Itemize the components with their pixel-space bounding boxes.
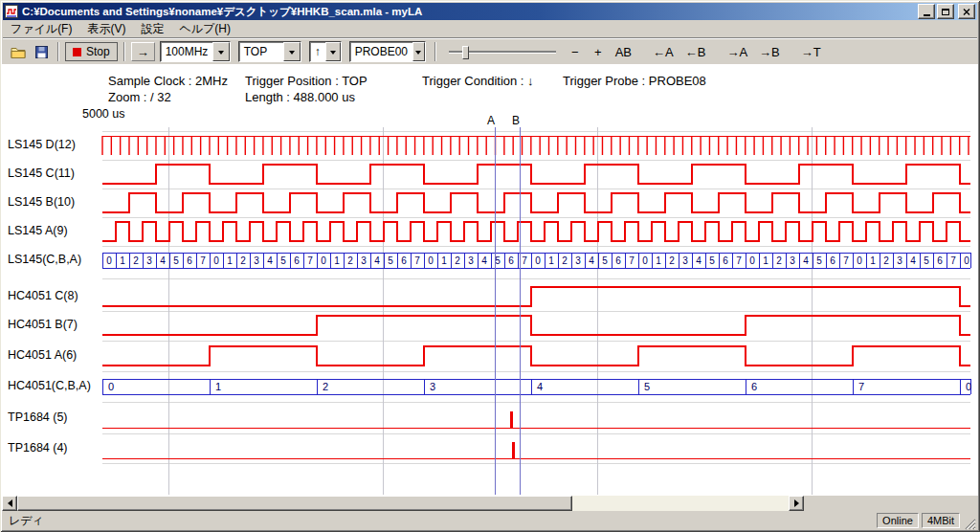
bus-value: 6 bbox=[830, 255, 835, 266]
minimize-button[interactable] bbox=[918, 4, 935, 19]
bus-value: 7 bbox=[414, 255, 420, 266]
scrollbar-thumb[interactable] bbox=[17, 496, 572, 511]
bus-value: 4 bbox=[374, 255, 380, 266]
sample-clock-combo[interactable]: 100MHz bbox=[160, 41, 231, 62]
scroll-left-button[interactable] bbox=[2, 496, 17, 511]
stop-label: Stop bbox=[86, 45, 110, 58]
bus-value: 2 bbox=[133, 255, 139, 266]
horizontal-scrollbar[interactable] bbox=[2, 496, 804, 511]
menu-bar: ファイル(F) 表示(V) 設定 ヘルプ(H) bbox=[3, 20, 977, 38]
bus-value: 4 bbox=[267, 255, 273, 266]
bus-value: 5 bbox=[280, 255, 286, 266]
resize-grip[interactable] bbox=[963, 517, 976, 530]
bus-value: 5 bbox=[644, 381, 650, 392]
bus-value: 0 bbox=[321, 255, 326, 266]
goto-cursor-b-left-button[interactable]: ←B bbox=[680, 41, 711, 62]
bus-value: 3 bbox=[682, 255, 688, 266]
zoom-in-button[interactable]: + bbox=[588, 41, 609, 62]
online-status: Online bbox=[877, 513, 919, 528]
bus-value: 1 bbox=[763, 255, 768, 266]
bus-value: 6 bbox=[187, 255, 192, 266]
chevron-down-icon[interactable] bbox=[325, 42, 341, 61]
bus-value: 7 bbox=[200, 255, 206, 266]
bus-value: 0 bbox=[857, 255, 862, 266]
goto-cursor-b-right-button[interactable]: →B bbox=[754, 41, 785, 62]
save-button[interactable] bbox=[31, 41, 52, 62]
close-button[interactable] bbox=[958, 4, 975, 19]
bus-value: 2 bbox=[323, 381, 328, 392]
maximize-icon bbox=[942, 9, 949, 15]
bus-value: 0 bbox=[749, 255, 755, 266]
open-folder-icon bbox=[11, 46, 26, 58]
goto-trigger-button[interactable]: →T bbox=[796, 41, 826, 62]
trigger-position-combo[interactable]: TOP bbox=[238, 41, 301, 62]
waveform-trace bbox=[102, 316, 970, 335]
bus-value: 7 bbox=[950, 255, 956, 266]
bus-value: 4 bbox=[481, 255, 487, 266]
bus-value: 2 bbox=[669, 255, 675, 266]
menu-view[interactable]: 表示(V) bbox=[79, 20, 133, 38]
bus-value: 3 bbox=[254, 255, 259, 266]
bus-value: 3 bbox=[897, 255, 902, 266]
bus-value: 6 bbox=[751, 381, 757, 392]
toolbar-separator bbox=[57, 42, 59, 61]
bus-value: 0 bbox=[966, 381, 971, 392]
bus-value: 3 bbox=[146, 255, 152, 266]
pulse-mark bbox=[512, 442, 515, 458]
bus-value: 1 bbox=[548, 255, 554, 266]
stop-button[interactable]: Stop bbox=[65, 42, 118, 61]
waveform-trace bbox=[102, 287, 970, 306]
bus-value: 6 bbox=[615, 255, 621, 266]
trigger-probe-combo[interactable]: PROBE00 bbox=[349, 41, 426, 62]
menu-settings[interactable]: 設定 bbox=[133, 20, 171, 38]
bus-value: 0 bbox=[106, 255, 112, 266]
bus-value: 5 bbox=[816, 255, 822, 266]
waveform-area[interactable]: 0123456701234567012345670123456701234567… bbox=[2, 64, 978, 496]
bus-value: 1 bbox=[441, 255, 447, 266]
bus-value: 4 bbox=[910, 255, 916, 266]
save-floppy-icon bbox=[35, 46, 48, 58]
bus-value: 4 bbox=[537, 381, 543, 392]
bus-value: 5 bbox=[388, 255, 393, 266]
goto-cursor-a-left-button[interactable]: ←A bbox=[648, 41, 679, 62]
zoom-slider[interactable] bbox=[449, 42, 556, 61]
scroll-left-icon bbox=[4, 499, 12, 507]
toolbar-separator bbox=[434, 42, 436, 61]
run-button[interactable]: → bbox=[131, 42, 155, 61]
zoom-slider-thumb[interactable] bbox=[462, 46, 469, 59]
bus-value: 2 bbox=[240, 255, 246, 266]
bus-value: 1 bbox=[215, 381, 221, 392]
bus-value: 7 bbox=[858, 381, 864, 392]
bus-value: 2 bbox=[562, 255, 568, 266]
scroll-right-button[interactable] bbox=[789, 496, 804, 511]
trigger-edge-combo[interactable]: ↑ bbox=[309, 41, 342, 62]
bus-value: 4 bbox=[696, 255, 702, 266]
bus-value: 1 bbox=[656, 255, 661, 266]
bus-value: 4 bbox=[803, 255, 809, 266]
bus-value: 0 bbox=[642, 255, 648, 266]
open-button[interactable] bbox=[8, 41, 29, 62]
menu-help[interactable]: ヘルプ(H) bbox=[171, 20, 238, 38]
stop-icon bbox=[73, 48, 81, 56]
waveform-trace bbox=[102, 193, 970, 212]
toolbar: Stop → 100MHz TOP ↑ PROBE00 − + AB ←A ←B bbox=[3, 38, 977, 64]
bus-value: 2 bbox=[776, 255, 782, 266]
bus-value: 3 bbox=[430, 381, 435, 392]
chevron-down-icon[interactable] bbox=[412, 42, 425, 61]
bus-value: 5 bbox=[173, 255, 179, 266]
title-bar[interactable]: C:¥Documents and Settings¥noname¥デスクトップ¥… bbox=[3, 3, 977, 20]
zoom-ab-button[interactable]: AB bbox=[611, 41, 636, 62]
waveform-trace bbox=[102, 136, 969, 155]
menu-file[interactable]: ファイル(F) bbox=[3, 20, 79, 38]
maximize-button[interactable] bbox=[937, 4, 954, 19]
zoom-out-button[interactable]: − bbox=[565, 41, 586, 62]
status-bar: レディ Online 4MBit bbox=[2, 511, 978, 530]
bus-value: 4 bbox=[589, 255, 594, 266]
bus-value: 2 bbox=[347, 255, 353, 266]
chevron-down-icon[interactable] bbox=[212, 42, 229, 61]
bus-value: 6 bbox=[937, 255, 943, 266]
chevron-down-icon[interactable] bbox=[283, 42, 301, 61]
bus-value: 3 bbox=[790, 255, 795, 266]
bus-value: 5 bbox=[602, 255, 608, 266]
goto-cursor-a-right-button[interactable]: →A bbox=[722, 41, 752, 62]
